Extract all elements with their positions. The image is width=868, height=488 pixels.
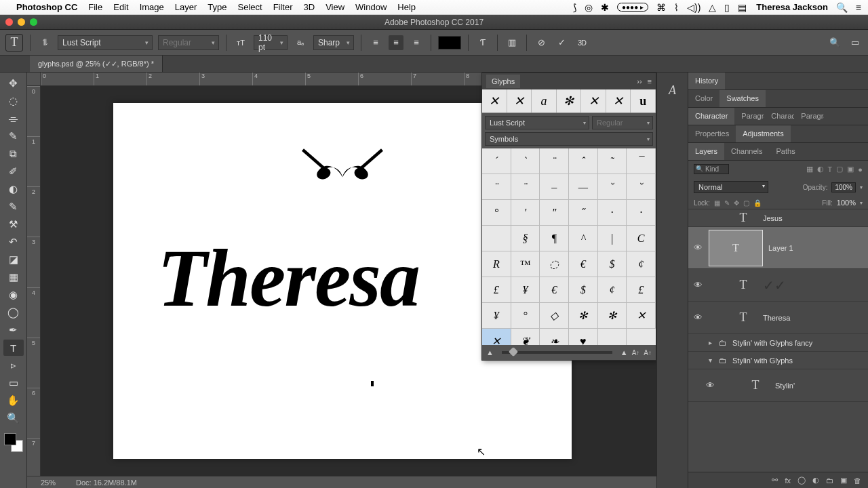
notifications-icon[interactable]: ≡ xyxy=(856,2,861,13)
glyph-cell[interactable]: C xyxy=(627,226,656,251)
lasso-tool[interactable]: ⌯ xyxy=(3,110,24,127)
tab-color[interactable]: Color xyxy=(688,90,719,107)
color-swatches[interactable] xyxy=(4,433,23,452)
lock-pos-icon[interactable]: ✥ xyxy=(734,199,739,207)
menubar-icon[interactable]: ●●●● ▸ xyxy=(617,3,648,12)
glyph-cell[interactable]: | xyxy=(598,226,627,251)
glyph-option-icon[interactable]: A↑ xyxy=(632,349,640,357)
filter-smart-icon[interactable]: ▣ xyxy=(847,165,854,174)
glyph-cell[interactable]: · xyxy=(598,200,627,226)
layer-row[interactable]: 👁 T Stylin' xyxy=(688,369,868,402)
move-tool[interactable]: ✥ xyxy=(3,75,24,92)
menu-edit[interactable]: Edit xyxy=(113,2,128,12)
tab-char-styles[interactable]: Character xyxy=(764,108,794,125)
glyph-cell[interactable]: ◇ xyxy=(540,303,569,329)
commit-icon[interactable]: ✓ xyxy=(554,35,569,50)
layer-row[interactable]: 👁 T Theresa xyxy=(688,302,868,334)
zoom-out-icon[interactable]: ▲ xyxy=(486,348,494,357)
eraser-tool[interactable]: ◪ xyxy=(3,251,24,268)
menu-window[interactable]: Window xyxy=(355,2,387,12)
tab-swatches[interactable]: Swatches xyxy=(719,90,766,107)
glyph-cell[interactable]: ✕ xyxy=(627,303,656,329)
lock-all-icon[interactable]: 🔒 xyxy=(753,199,762,207)
recent-glyph[interactable]: u xyxy=(631,89,656,113)
doc-info[interactable]: Doc: 16.2M/88.1M xyxy=(76,479,137,487)
filter-type-icon[interactable]: T xyxy=(828,165,833,174)
fill-input[interactable]: 100% xyxy=(837,199,856,207)
brush-tool[interactable]: ✎ xyxy=(3,199,24,215)
layer-row[interactable]: 👁 T ✓✓ xyxy=(688,269,868,302)
menu-layer[interactable]: Layer xyxy=(175,2,197,12)
recent-glyph[interactable]: ✕ xyxy=(482,89,507,113)
glyph-cell[interactable]: $ xyxy=(569,277,598,303)
menu-select[interactable]: Select xyxy=(237,2,262,12)
recent-glyph[interactable]: ✕ xyxy=(581,89,606,113)
3d-icon[interactable]: 3D xyxy=(574,35,589,50)
menubar-icon[interactable]: ✱ xyxy=(601,2,609,13)
align-right-icon[interactable]: ≡ xyxy=(409,35,424,50)
glyph-cell[interactable]: ¨ xyxy=(540,148,569,174)
visibility-toggle[interactable]: 👁 xyxy=(692,280,703,290)
glyphs-style-select[interactable]: Regular xyxy=(592,116,653,129)
fg-color[interactable] xyxy=(4,433,16,445)
lock-trans-icon[interactable]: ▦ xyxy=(714,199,720,207)
blend-mode-select[interactable]: Normal xyxy=(694,181,768,193)
character-panel-icon[interactable]: A xyxy=(663,81,682,100)
canvas-text[interactable]: Theresa xyxy=(157,232,419,325)
hand-tool[interactable]: ✋ xyxy=(3,392,24,409)
filter-toggle[interactable]: ● xyxy=(858,165,863,174)
tab-layers[interactable]: Layers xyxy=(688,143,724,160)
wifi-icon[interactable]: ⌇ xyxy=(674,2,679,13)
glyph-cell[interactable]: ◌ xyxy=(540,251,569,277)
glyph-cell[interactable]: ✻ xyxy=(569,303,598,329)
menubar-icon[interactable]: ▤ xyxy=(738,2,747,13)
bluetooth-icon[interactable]: ⌘ xyxy=(656,2,666,13)
layer-row[interactable]: ▾ 🗀 Stylin' with Glyphs xyxy=(688,352,868,369)
glyph-cell[interactable]: ˝ xyxy=(569,200,598,226)
filter-shape-icon[interactable]: ▢ xyxy=(836,165,843,174)
layer-name[interactable]: Stylin' with Glyphs xyxy=(732,357,793,365)
glyphs-panel-header[interactable]: Glyphs ›› ≡ xyxy=(482,73,656,89)
glyph-cell[interactable]: ¢ xyxy=(598,277,627,303)
group-chevron-icon[interactable]: ▾ xyxy=(709,357,712,364)
eyedropper-tool[interactable]: ✐ xyxy=(3,163,24,180)
glyphs-font-select[interactable]: Lust Script xyxy=(485,116,589,129)
collapse-icon[interactable]: ›› xyxy=(637,77,642,85)
text-orientation-icon[interactable]: ⥮ xyxy=(37,35,52,50)
glyph-cell[interactable]: ¢ xyxy=(627,251,656,277)
history-brush-tool[interactable]: ↶ xyxy=(3,234,24,250)
tab-channels[interactable]: Channels xyxy=(724,143,769,160)
tab-history[interactable]: History xyxy=(688,73,725,89)
glyph-size-slider[interactable] xyxy=(502,351,612,354)
glyph-cell[interactable]: ¥ xyxy=(511,277,540,303)
align-left-icon[interactable]: ≡ xyxy=(368,35,383,50)
opacity-input[interactable]: 100% xyxy=(831,182,856,192)
glyph-cell[interactable]: ¥ xyxy=(482,303,511,329)
glyphs-category-select[interactable]: Symbols xyxy=(485,132,653,146)
recent-glyph[interactable]: ✕ xyxy=(507,89,532,113)
menu-image[interactable]: Image xyxy=(140,2,164,12)
panel-menu-icon[interactable]: ≡ xyxy=(648,77,652,85)
menubar-icon[interactable]: ▯ xyxy=(724,2,730,13)
document-tab[interactable]: glyphs.psd @ 25% (✓✓, RGB/8*) * xyxy=(30,56,163,72)
recent-glyph[interactable]: a xyxy=(532,89,557,113)
delete-layer-icon[interactable]: 🗑 xyxy=(854,476,861,485)
font-style-select[interactable]: Regular xyxy=(158,35,219,50)
font-family-select[interactable]: Lust Script xyxy=(58,35,153,50)
glyph-cell[interactable]: ˜ xyxy=(598,148,627,174)
layer-row[interactable]: T Jesus xyxy=(688,209,868,227)
lock-pixel-icon[interactable]: ✎ xyxy=(724,199,730,207)
layer-name[interactable]: Stylin' xyxy=(775,382,795,390)
visibility-toggle[interactable]: 👁 xyxy=(692,312,703,323)
glyph-option-icon[interactable]: A↑ xyxy=(644,349,652,357)
glyph-cell[interactable] xyxy=(482,226,511,251)
glyph-cell[interactable]: £ xyxy=(482,277,511,303)
layout-icon[interactable]: ▭ xyxy=(848,35,863,50)
layer-mask-icon[interactable]: ◯ xyxy=(797,476,806,485)
glyph-cell[interactable]: ′ xyxy=(511,200,540,226)
group-chevron-icon[interactable]: ▸ xyxy=(709,339,712,346)
crop-tool[interactable]: ⧉ xyxy=(3,146,24,162)
tab-adjustments[interactable]: Adjustments xyxy=(736,125,791,142)
glyph-cell[interactable]: — xyxy=(569,174,598,200)
window-close-button[interactable] xyxy=(5,18,13,26)
